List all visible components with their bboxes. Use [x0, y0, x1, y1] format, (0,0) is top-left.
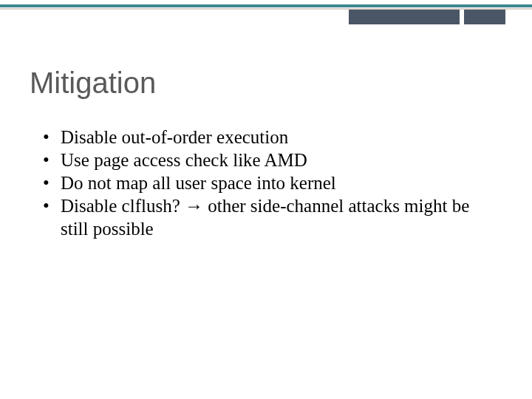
slide-title: Mitigation: [30, 66, 502, 100]
bullet-text: Use page access check like AMD: [61, 150, 307, 170]
accent-block-2: [464, 10, 505, 24]
accent-blocks: [349, 10, 505, 24]
bullet-text: Do not map all user space into kernel: [61, 173, 336, 193]
accent-block-1: [349, 10, 460, 24]
top-rule: [0, 4, 532, 10]
top-rule-main: [0, 4, 532, 7]
list-item: • Do not map all user space into kernel: [38, 171, 495, 194]
bullet-text: Disable clflush? → other side-channel at…: [61, 196, 469, 239]
bullet-list: • Disable out-of-order execution • Use p…: [38, 126, 495, 240]
slide-content: • Disable out-of-order execution • Use p…: [38, 126, 495, 240]
list-item: • Use page access check like AMD: [38, 149, 495, 171]
bullet-icon: •: [43, 194, 50, 217]
list-item: • Disable out-of-order execution: [38, 126, 495, 149]
bullet-icon: •: [43, 126, 50, 149]
list-item: • Disable clflush? → other side-channel …: [38, 194, 495, 240]
bullet-icon: •: [43, 171, 50, 194]
bullet-text: Disable out-of-order execution: [61, 127, 288, 147]
bullet-icon: •: [43, 149, 50, 171]
slide: Mitigation • Disable out-of-order execut…: [0, 0, 532, 399]
